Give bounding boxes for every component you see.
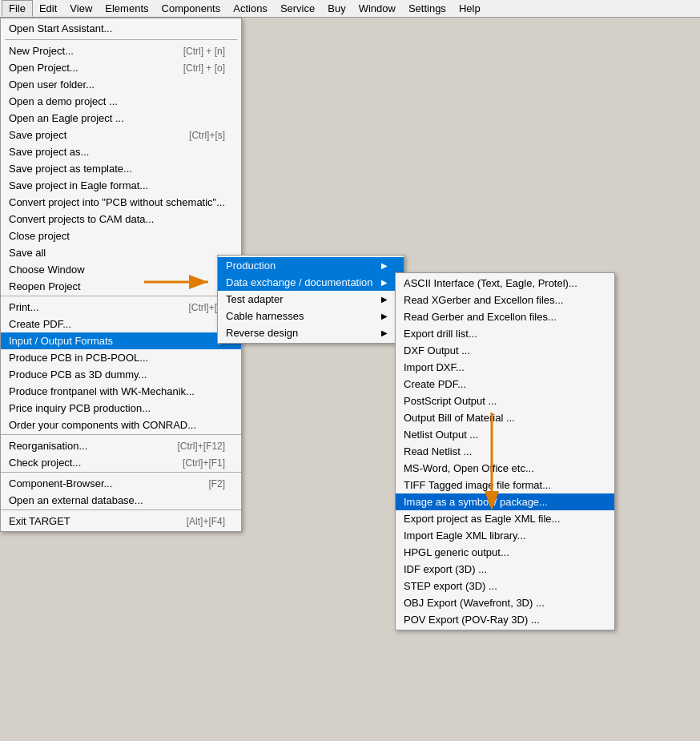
menu-open-demo-project[interactable]: Open a demo project ...: [1, 93, 241, 110]
menu-open-user-folder[interactable]: Open user folder...: [1, 76, 241, 93]
menubar-item-components[interactable]: Components: [155, 1, 227, 16]
de-dxf-output[interactable]: DXF Output ...: [396, 342, 614, 359]
menu-input-output-formats[interactable]: Input / Output Formats ▶: [1, 332, 241, 349]
de-create-pdf[interactable]: Create PDF...: [396, 376, 614, 393]
de-export-drill-list[interactable]: Export drill list...: [396, 325, 614, 342]
de-output-bill-of-material[interactable]: Output Bill of Material ...: [396, 409, 614, 426]
io-formats-submenu: Production ▶ Data exchange / documentati…: [217, 255, 404, 344]
menu-close-project[interactable]: Close project: [1, 228, 241, 244]
menubar-item-file[interactable]: File: [2, 0, 33, 17]
menu-produce-pcb-3d[interactable]: Produce PCB as 3D dummy...: [1, 366, 241, 383]
de-read-netlist[interactable]: Read Netlist ...: [396, 443, 614, 460]
de-pov-export[interactable]: POV Export (POV-Ray 3D) ...: [396, 611, 614, 628]
de-tiff-tagged[interactable]: TIFF Tagged image file format...: [396, 477, 614, 493]
menu-choose-window[interactable]: Choose Window ▶: [1, 261, 241, 278]
de-obj-export[interactable]: OBJ Export (Wavefront, 3D) ...: [396, 594, 614, 611]
menu-save-project[interactable]: Save project [Ctrl]+[s]: [1, 127, 241, 143]
menubar-item-help[interactable]: Help: [453, 1, 487, 16]
de-export-eagle-xml[interactable]: Export project as Eagle XML file...: [396, 510, 614, 527]
de-step-export[interactable]: STEP export (3D) ...: [396, 578, 614, 594]
data-exchange-submenu: ASCII Interface (Text, Eagle, Protel)...…: [395, 272, 615, 630]
menubar-item-window[interactable]: Window: [352, 1, 402, 16]
menu-reopen-project[interactable]: Reopen Project ▶: [1, 278, 241, 296]
io-submenu-cable-harnesses[interactable]: Cable harnesses ▶: [218, 308, 404, 324]
menubar-item-service[interactable]: Service: [274, 1, 321, 16]
menu-component-browser[interactable]: Component-Browser... [F2]: [1, 475, 241, 492]
de-import-eagle-xml[interactable]: Import Eagle XML library...: [396, 527, 614, 544]
de-netlist-output[interactable]: Netlist Output ...: [396, 426, 614, 443]
separator-1: [5, 39, 237, 40]
menu-open-start-assistant[interactable]: Open Start Assistant...: [1, 20, 241, 37]
menu-open-eagle-project[interactable]: Open an Eagle project ...: [1, 110, 241, 127]
de-ascii-interface[interactable]: ASCII Interface (Text, Eagle, Protel)...: [396, 275, 614, 292]
menubar-item-buy[interactable]: Buy: [321, 1, 352, 16]
menubar-item-settings[interactable]: Settings: [402, 1, 453, 16]
de-ms-word[interactable]: MS-Word, Open Office etc...: [396, 460, 614, 477]
menu-save-eagle-format[interactable]: Save project in Eagle format...: [1, 177, 241, 194]
de-image-as-symbol[interactable]: Image as a symbol / package...: [396, 493, 614, 510]
menu-create-pdf[interactable]: Create PDF...: [1, 316, 241, 332]
menu-price-inquiry[interactable]: Price inquiry PCB production...: [1, 400, 241, 417]
menu-save-project-as[interactable]: Save project as...: [1, 143, 241, 160]
menubar-item-view[interactable]: View: [63, 1, 99, 16]
io-submenu-data-exchange[interactable]: Data exchange / documentation ▶: [218, 274, 404, 291]
menu-print[interactable]: Print... [Ctrl]+[p]: [1, 299, 241, 316]
menu-open-external-database[interactable]: Open an external database...: [1, 492, 241, 510]
menu-new-project[interactable]: New Project... [Ctrl] + [n]: [1, 42, 241, 59]
menubar: File Edit View Elements Components Actio…: [0, 0, 700, 18]
menu-exit-target[interactable]: Exit TARGET [Alt]+[F4]: [1, 513, 241, 530]
de-postscript-output[interactable]: PostScript Output ...: [396, 393, 614, 409]
menu-convert-cam-data[interactable]: Convert projects to CAM data...: [1, 211, 241, 228]
de-hpgl-output[interactable]: HPGL generic output...: [396, 544, 614, 561]
menubar-item-actions[interactable]: Actions: [227, 1, 274, 16]
menu-produce-pcb-pool[interactable]: Produce PCB in PCB-POOL...: [1, 349, 241, 366]
de-import-dxf[interactable]: Import DXF...: [396, 359, 614, 376]
menu-save-project-as-template[interactable]: Save project as template...: [1, 160, 241, 177]
io-submenu-test-adapter[interactable]: Test adapter ▶: [218, 291, 404, 308]
menu-reorganisation[interactable]: Reorganisation... [Ctrl]+[F12]: [1, 437, 241, 454]
menu-open-project[interactable]: Open Project... [Ctrl] + [o]: [1, 59, 241, 76]
de-idf-export[interactable]: IDF export (3D) ...: [396, 561, 614, 578]
io-submenu-reverse-design[interactable]: Reverse design ▶: [218, 324, 404, 341]
de-read-gerber[interactable]: Read Gerber and Excellon files...: [396, 308, 614, 325]
file-menu-dropdown: Open Start Assistant... New Project... […: [0, 18, 242, 532]
menu-produce-frontpanel[interactable]: Produce frontpanel with WK-Mechanik...: [1, 383, 241, 400]
menubar-item-edit[interactable]: Edit: [33, 1, 63, 16]
io-submenu-production[interactable]: Production ▶: [218, 257, 404, 274]
menu-convert-pcb-without-schematic[interactable]: Convert project into "PCB without schema…: [1, 194, 241, 211]
de-read-xgerber[interactable]: Read XGerber and Excellon files...: [396, 292, 614, 308]
menu-save-all[interactable]: Save all: [1, 244, 241, 261]
menu-check-project[interactable]: Check project... [Ctrl]+[F1]: [1, 454, 241, 473]
menu-order-components[interactable]: Order your components with CONRAD...: [1, 417, 241, 435]
menubar-item-elements[interactable]: Elements: [99, 1, 155, 16]
